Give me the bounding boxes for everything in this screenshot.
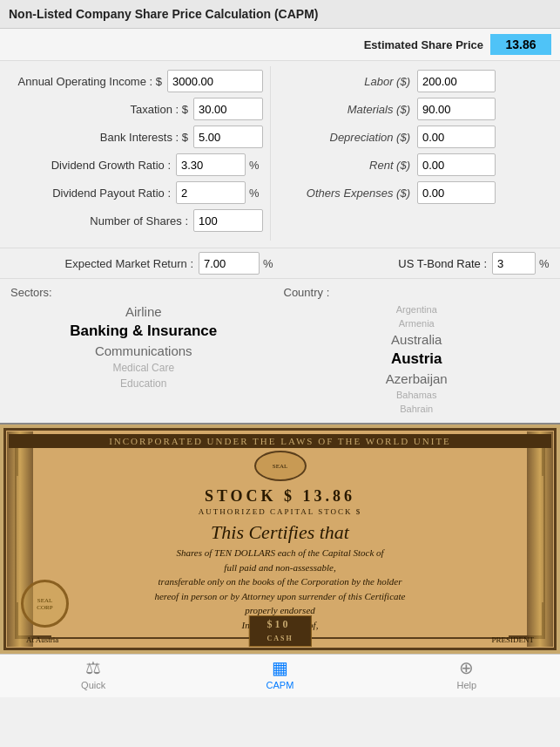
- cert-line1: Shares of TEN DOLLARS each of the Capita…: [159, 546, 401, 560]
- sectors-picker: Sectors: AirlineBanking & InsuranceCommu…: [7, 282, 280, 419]
- form-left: Annual Operating Income : $ Taxation : $…: [0, 66, 270, 241]
- form-grid: Annual Operating Income : $ Taxation : $…: [0, 61, 560, 246]
- depreciation-input[interactable]: [417, 126, 496, 148]
- expected-return-input[interactable]: [199, 252, 260, 275]
- tbond-input[interactable]: [492, 252, 536, 275]
- country-item[interactable]: Australia: [284, 330, 550, 349]
- country-title: Country :: [284, 286, 550, 299]
- taxation-row: Taxation : $: [7, 98, 263, 120]
- tbond-label: US T-Bond Rate :: [277, 257, 492, 270]
- app-title: Non-Listed Company Share Price Calculati…: [9, 7, 319, 21]
- rent-row: Rent ($): [278, 153, 553, 176]
- others-expenses-row: Others Expenses ($): [278, 181, 553, 204]
- taxation-label: Taxation : $: [7, 103, 193, 116]
- tab-capm[interactable]: ▦CAPM: [186, 654, 373, 694]
- tab-icon-capm: ▦: [272, 657, 288, 678]
- tab-icon-quick: ⚖: [85, 657, 101, 678]
- country-item[interactable]: Argentina: [284, 302, 550, 316]
- sector-item[interactable]: Airline: [10, 302, 277, 321]
- tab-label-quick: Quick: [81, 680, 105, 690]
- sectors-list: AirlineBanking & InsuranceCommunications…: [10, 302, 277, 391]
- expected-return-unit: %: [263, 257, 277, 270]
- depreciation-row: Depreciation ($): [278, 126, 553, 148]
- tab-quick[interactable]: ⚖Quick: [0, 654, 186, 694]
- certificate-area: INCORPORATED UNDER THE LAWS OF THE WORLD…: [0, 423, 560, 654]
- rent-input[interactable]: [417, 153, 496, 176]
- pickers-row: Sectors: AirlineBanking & InsuranceCommu…: [0, 278, 560, 423]
- sectors-title: Sectors:: [10, 286, 277, 299]
- country-item[interactable]: Armenia: [284, 316, 550, 330]
- annual-income-label: Annual Operating Income : $: [7, 75, 167, 88]
- annual-income-input[interactable]: [167, 70, 263, 92]
- tbond-unit: %: [539, 257, 553, 270]
- tbond-section: US T-Bond Rate : %: [277, 252, 553, 275]
- dividend-payout-label: Dividend Payout Ratio :: [7, 187, 176, 200]
- cert-bottom-badge: $10 CASH: [248, 615, 311, 647]
- dividend-payout-row: Dividend Payout Ratio : %: [7, 181, 263, 204]
- country-item[interactable]: Austria: [284, 349, 550, 370]
- dividend-payout-unit: %: [249, 187, 263, 200]
- cert-title: This Certifies that: [211, 521, 349, 544]
- dividend-growth-input[interactable]: [176, 153, 246, 176]
- cert-badge-value: $10: [267, 618, 290, 630]
- expected-return-section: Expected Market Return : %: [7, 252, 277, 275]
- cert-content: INCORPORATED UNDER THE LAWS OF THE WORLD…: [9, 433, 551, 645]
- dividend-growth-row: Dividend Growth Ratio : %: [7, 153, 263, 176]
- rent-label: Rent ($): [278, 159, 417, 172]
- bank-interests-input[interactable]: [193, 126, 263, 148]
- depreciation-label: Depreciation ($): [278, 131, 417, 144]
- others-expenses-label: Others Expenses ($): [278, 187, 417, 200]
- bank-interests-row: Bank Interests : $: [7, 126, 263, 148]
- cert-eagle-emblem: SEAL: [254, 451, 307, 481]
- cert-top-bar: INCORPORATED UNDER THE LAWS OF THE WORLD…: [9, 434, 551, 448]
- materials-row: Materials ($): [278, 98, 553, 120]
- bottom-row: Expected Market Return : % US T-Bond Rat…: [0, 248, 560, 278]
- dividend-growth-label: Dividend Growth Ratio :: [7, 159, 176, 172]
- others-expenses-input[interactable]: [417, 181, 496, 204]
- cert-line2: full paid and non-assessable,: [206, 560, 353, 575]
- country-item[interactable]: Azerbaijan: [284, 370, 550, 388]
- country-list: ArgentinaArmeniaAustraliaAustriaAzerbaij…: [284, 302, 550, 416]
- labor-label: Labor ($): [278, 75, 417, 88]
- country-item[interactable]: Bahamas: [284, 388, 550, 402]
- number-shares-row: Number of Shares :: [7, 209, 263, 232]
- share-price-label: Estimated Share Price: [364, 38, 483, 51]
- country-item[interactable]: Bahrain: [284, 402, 550, 416]
- expected-return-label: Expected Market Return :: [7, 257, 199, 270]
- cert-president: PRESIDENT: [491, 635, 534, 644]
- tab-label-capm: CAPM: [267, 680, 294, 690]
- cert-line3: transferable only on the books of the Co…: [141, 574, 420, 589]
- tab-label-help: Help: [457, 680, 477, 690]
- share-price-value: 13.86: [490, 34, 551, 55]
- sector-item[interactable]: Banking & Insurance: [10, 321, 277, 342]
- number-shares-input[interactable]: [193, 209, 263, 232]
- bank-interests-label: Bank Interests : $: [7, 131, 193, 144]
- cert-seal: SEALCORP: [21, 580, 69, 628]
- annual-income-row: Annual Operating Income : $: [7, 70, 263, 92]
- cert-badge-sub: CASH: [267, 635, 293, 642]
- tab-icon-help: ⊕: [459, 657, 474, 678]
- cert-at-label: At Austria: [26, 635, 58, 644]
- app-header: Non-Listed Company Share Price Calculati…: [0, 0, 560, 29]
- taxation-input[interactable]: [193, 98, 263, 120]
- form-right: Labor ($) Materials ($) Depreciation ($)…: [270, 66, 560, 241]
- number-shares-label: Number of Shares :: [7, 214, 193, 227]
- materials-input[interactable]: [417, 98, 496, 120]
- dividend-growth-unit: %: [249, 159, 263, 172]
- sector-item[interactable]: Education: [10, 376, 277, 391]
- tab-help[interactable]: ⊕Help: [374, 654, 560, 694]
- labor-input[interactable]: [417, 70, 496, 92]
- cert-auth-line: AUTHORIZED CAPITAL STOCK $: [199, 507, 362, 516]
- sector-item[interactable]: Medical Care: [10, 360, 277, 376]
- cert-line4: hereof in person or by Attorney upon sur…: [137, 589, 422, 604]
- dividend-payout-input[interactable]: [176, 181, 246, 204]
- sector-item[interactable]: Communications: [10, 342, 277, 360]
- cert-stock-line: STOCK $ 13.86: [205, 487, 355, 506]
- labor-row: Labor ($): [278, 70, 553, 92]
- materials-label: Materials ($): [278, 103, 417, 116]
- country-picker: Country : ArgentinaArmeniaAustraliaAustr…: [280, 282, 554, 419]
- share-price-bar: Estimated Share Price 13.86: [0, 29, 560, 61]
- tab-bar: ⚖Quick▦CAPM⊕Help: [0, 654, 560, 697]
